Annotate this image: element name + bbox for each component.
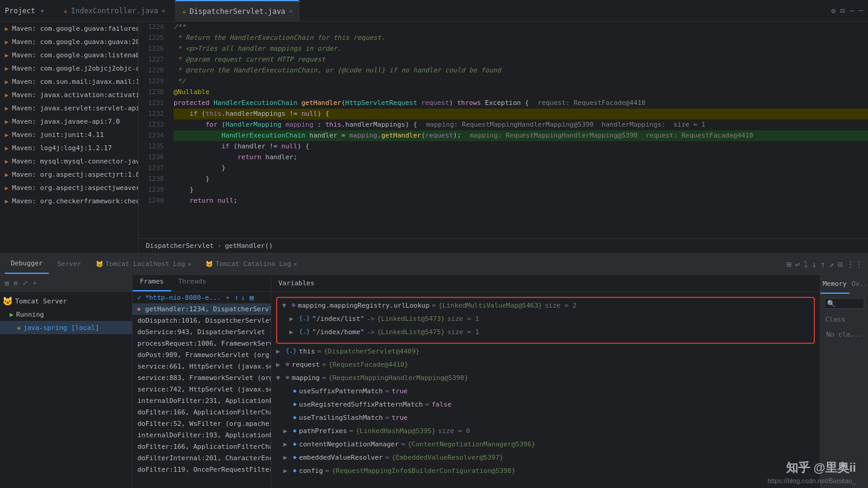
sidebar-item-8[interactable]: ▶ Maven: junit:junit:4.11 [0,128,138,141]
var-useTrailing[interactable]: ◆ useTrailingSlashMatch = true [271,413,820,426]
variables-tree[interactable]: ▼ ⊛ mapping.mappingRegistry.urlLookup = … [271,292,820,488]
frame-item-6[interactable]: service:883, FrameworkServlet (org.spn..… [133,372,271,384]
tab-server[interactable]: Server [51,255,87,274]
var-request[interactable]: ▶ ⊛ request = {RequestFacade@4410} [271,360,820,373]
sidebar-item-13[interactable]: ▶ Maven: org.checkerframework:checker-qu… [0,194,138,208]
var-useRegistered[interactable]: ◆ useRegisteredSuffixPatternMatch = fals… [271,399,820,413]
split-icon[interactable]: ⊟ [840,7,844,15]
tab-debugger[interactable]: Debugger [5,255,49,274]
var-icon-mapping: ⊛ [286,374,289,381]
frame-item-2[interactable]: doService:943, DispatcherServlet (org.s.… [133,326,271,338]
var-mapping[interactable]: ▼ ⊛ mapping = {RequestMappingHandlerMapp… [271,373,820,386]
collapse-icon[interactable]: ⤢ [22,279,28,287]
down-arrow-icon[interactable]: ↓ [241,294,245,302]
var-embeddedValue[interactable]: ▶ ◆ embeddedValueResolver = {EmbeddedVal… [271,452,820,466]
dropdown-icon[interactable]: ▾ [225,294,230,302]
sidebar-item-11[interactable]: ▶ Maven: org.aspectj:aspectjrt:1.8.13 [0,168,138,181]
sidebar-item-6[interactable]: ▶ Maven: javax.servlet:servlet-api:2.5 [0,101,138,115]
frame-item-10[interactable]: doFilter:52, WsFilter (org.apache.tomca.… [133,418,271,429]
run-to-cursor-icon[interactable]: ↗ [829,259,834,269]
frame-item-3[interactable]: processRequest:1006, FrameworkServle... [133,338,271,349]
tab-dispatcherservlet[interactable]: ☕ DispatcherServlet.java ✕ [175,0,300,22]
services-item-java-spring[interactable]: ❋ java-spring [local] [0,321,132,334]
frame-item-11[interactable]: internalDoFilter:193, ApplicationFilterC… [133,429,271,441]
filter-frames-icon[interactable]: ▤ [250,294,254,302]
expand-this-icon: ▶ [276,347,283,355]
frame-thread-selector[interactable]: ✓ *http-nio-8080-e... ▾ ↑ ↓ ▤ [133,292,271,303]
right-search-input[interactable] [824,298,864,309]
frame-item-14[interactable]: doFilter:119, OncePerRequestFilter (org.… [133,464,271,475]
code-line-1239: } [174,185,868,195]
services-item-tomcat[interactable]: 🐱 Tomcat Server [0,294,132,308]
services-panel: ▤ ⊞ ⤢ + 🐱 Tomcat Server ▶ Running ❋ java… [0,275,133,488]
sidebar-item-10[interactable]: ▶ Maven: mysql:mysql-connector-java:5.1.… [0,154,138,168]
close-tab-dispatcherservlet[interactable]: ✕ [289,8,292,14]
close-tab-indexcontroller[interactable]: ✕ [162,7,165,14]
more-actions-icon[interactable]: ⋮⋮ [846,259,863,269]
frame-item-8[interactable]: internalDoFilter:231, ApplicationFilterC… [133,395,271,407]
var-val-mapping: {RequestMappingHandlerMapping@5390} [329,374,468,382]
group-icon[interactable]: ⊞ [14,279,18,287]
var-index-home[interactable]: ▶ {.} "/index/home" -> {LinkedList@5475}… [277,327,814,340]
tab-frames[interactable]: Frames [133,275,171,291]
var-urlLookup[interactable]: ▼ ⊛ mapping.mappingRegistry.urlLookup = … [277,300,814,314]
code-line-1236: return handler; [174,152,868,163]
settings-icon[interactable]: ⚙ [831,7,835,15]
sidebar-item-7[interactable]: ▶ Maven: javax.javaee-api:7.0 [0,115,138,128]
more-icon[interactable]: ⋯ [850,7,854,15]
close-tomcat-catalina-log[interactable]: ✕ [294,261,297,267]
maven-icon-12: ▶ [5,185,8,191]
sidebar-item-0[interactable]: ▶ Maven: com.google.guava:failureaccess:… [0,22,138,35]
frame-item-7[interactable]: service:742, HttpServlet (javax.servlet.… [133,384,271,395]
tab-tomcat-localhost-log[interactable]: 🐱 Tomcat Localhost Log ✕ [90,255,197,274]
project-label[interactable]: Project ▾ [5,7,45,15]
var-icon-embedded: ◆ [293,454,297,460]
tab-indexcontroller[interactable]: ☕ IndexController.java ✕ [57,0,173,22]
frame-item-12[interactable]: doFilter:166, ApplicationFilterChain (or… [133,441,271,452]
var-this[interactable]: ▶ {.} this = {DispatcherServlet@4409} [271,346,820,360]
add-service-icon[interactable]: + [33,279,37,287]
sidebar-item-9[interactable]: ▶ Maven: log4j:log4j:1.2.17 [0,141,138,154]
var-size-pathPrefixes: size = 0 [438,427,470,435]
var-config[interactable]: ▶ ◆ config = {RequestMappingInfo$Builder… [271,466,820,479]
tab-threads[interactable]: Threads [171,275,213,291]
step-out-icon[interactable]: ↑ [820,259,825,269]
var-contentNegotiation[interactable]: ▶ ◆ contentNegotiationManager = {Content… [271,439,820,452]
no-class-text: No cla... [820,326,868,343]
minimize-icon[interactable]: ─ [859,7,863,15]
sidebar-item-12[interactable]: ▶ Maven: org.aspectj:aspectjweaver:1.8.1… [0,181,138,194]
var-name-urlLookup: mapping.mappingRegistry.urlLookup [298,302,430,309]
sidebar-item-4[interactable]: ▶ Maven: com.sun.mail:javax.mail:1.5.0 [0,75,138,88]
close-tomcat-localhost-log[interactable]: ✕ [187,261,191,267]
tab-overview[interactable]: Ov... [849,275,868,294]
debugger-tab-bar: Frames Threads [133,275,271,292]
filter-icon[interactable]: ▤ [5,279,9,287]
services-item-running[interactable]: ▶ Running [0,308,132,321]
sidebar-item-3[interactable]: ▶ Maven: com.google.j2objcj2objc-annotat… [0,62,138,75]
frame-item-13[interactable]: doFilterInternal:201, CharacterEncoding.… [133,452,271,464]
tab-tomcat-catalina-log[interactable]: 🐱 Tomcat Catalina Log ✕ [200,255,303,274]
step-over-icon[interactable]: ⤵ [804,259,808,269]
expand-index-list-icon: ▶ [289,315,297,323]
tab-memory[interactable]: Memory [820,275,849,294]
step-into-icon[interactable]: ↓ [811,259,816,269]
sidebar-label-1: Maven: com.google.guava:guava:28.0-jre [12,38,138,46]
evaluate-icon[interactable]: ⊡ [838,259,843,269]
layout-icon[interactable]: ⊞ [786,259,791,269]
var-index-list[interactable]: ▶ {.} "/index/list" -> {LinkedList@5473}… [277,314,814,327]
sidebar-item-5[interactable]: ▶ Maven: javax.activation:activation:1.1 [0,88,138,101]
code-area[interactable]: 1224 1225 1226 1227 1228 1229 1230 1231 … [139,22,868,238]
restore-icon[interactable]: ↩ [795,259,800,269]
up-arrow-icon[interactable]: ↑ [234,294,239,302]
var-useSuffixPatternMatch[interactable]: ◆ useSuffixPatternMatch = true [271,386,820,399]
frame-item-1[interactable]: doDispatch:1016, DispatcherServlet (org.… [133,315,271,326]
var-pathPrefixes[interactable]: ▶ ◆ pathPrefixes = {LinkedHashMap@5395} … [271,426,820,439]
java-icon: ☕ [64,7,68,14]
frame-item-0[interactable]: ● getHandler:1234, DispatcherServlet (or… [133,303,271,315]
sidebar-item-1[interactable]: ▶ Maven: com.google.guava:guava:28.0-jre [0,35,138,48]
sidebar-item-2[interactable]: ▶ Maven: com.google.guava:listenablefutu… [0,48,138,62]
var-icon-urlLookup: ⊛ [292,302,295,308]
frame-item-4[interactable]: doPost:909, FrameworkServlet (org.spr... [133,349,271,361]
frame-item-9[interactable]: doFilter:166, ApplicationFilterChain (or… [133,407,271,418]
frame-item-5[interactable]: service:661, HttpServlet (javax.servlet.… [133,361,271,372]
